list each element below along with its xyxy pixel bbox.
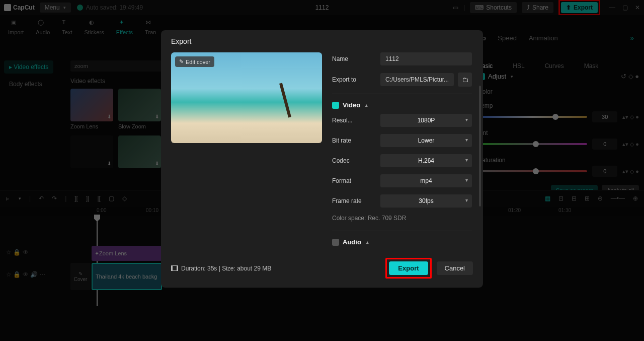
- codec-label: Codec: [332, 157, 376, 164]
- export-duration-info: Duration: 35s | Size: about 29 MB: [171, 265, 271, 272]
- audio-checkbox[interactable]: [332, 239, 339, 246]
- resolution-dropdown[interactable]: 1080P: [380, 114, 472, 127]
- name-input[interactable]: [380, 52, 472, 65]
- edit-cover-button[interactable]: ✎ Edit cover: [175, 56, 214, 67]
- audio-section-header[interactable]: Audio▴: [332, 238, 472, 246]
- dialog-scrollbar[interactable]: [479, 86, 481, 207]
- browse-folder-button[interactable]: 🗀: [458, 73, 472, 87]
- modal-overlay: Export ✎ Edit cover Name Export to: [0, 0, 644, 341]
- export-confirm-highlight: Export: [385, 258, 431, 279]
- video-section-header[interactable]: Video▴: [332, 101, 472, 109]
- name-label: Name: [332, 55, 376, 62]
- video-checkbox[interactable]: [332, 102, 339, 109]
- bitrate-dropdown[interactable]: Lower: [380, 134, 472, 147]
- export-to-label: Export to: [332, 76, 376, 83]
- bitrate-label: Bit rate: [332, 137, 376, 144]
- dialog-title: Export: [161, 30, 483, 52]
- cancel-button[interactable]: Cancel: [437, 261, 473, 275]
- cover-preview: ✎ Edit cover: [171, 52, 322, 143]
- folder-icon: 🗀: [462, 76, 468, 84]
- format-dropdown[interactable]: mp4: [380, 174, 472, 187]
- film-icon: [171, 265, 178, 271]
- framerate-label: Frame rate: [332, 197, 376, 204]
- codec-dropdown[interactable]: H.264: [380, 154, 472, 167]
- framerate-dropdown[interactable]: 30fps: [380, 194, 472, 208]
- colorspace-info: Color space: Rec. 709 SDR: [332, 215, 472, 222]
- resolution-label: Resol...: [332, 117, 376, 124]
- format-label: Format: [332, 177, 376, 184]
- export-confirm-button[interactable]: Export: [389, 261, 428, 275]
- export-dialog: Export ✎ Edit cover Name Export to: [161, 30, 483, 288]
- pencil-icon: ✎: [179, 58, 184, 65]
- export-path: C:/Users/PMLS/Pictur...: [380, 73, 454, 86]
